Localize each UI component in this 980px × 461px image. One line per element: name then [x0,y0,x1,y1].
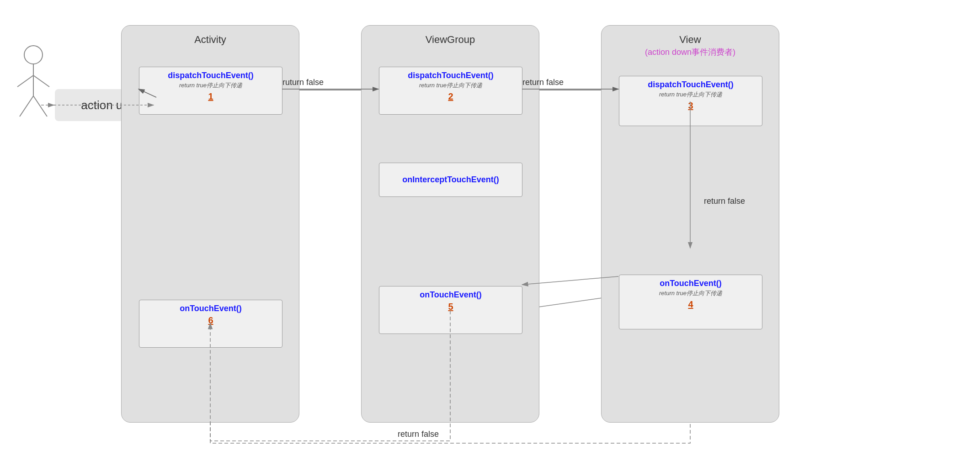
viewgroup-panel-title: ViewGroup [362,34,539,46]
ontouch4-number: 4 [624,299,757,310]
dispatch2-box: dispatchTouchEvent() return true停止向下传递 2 [379,67,522,115]
dispatch2-subtitle: return true停止向下传递 [384,81,517,90]
ontouch5-box: onTouchEvent() 5 [379,286,522,334]
svg-line-16 [20,96,33,117]
dispatch1-subtitle: return true停止向下传递 [144,81,277,90]
dispatch3-name: dispatchTouchEvent() [624,80,757,90]
arrow-label-2: return false [522,78,564,87]
ontouch6-box: onTouchEvent() 6 [139,300,282,348]
view-panel-title: View (action down事件消费者) [602,34,779,58]
ontouch5-number: 5 [384,302,517,312]
ontouch6-number: 6 [144,315,277,326]
arrow-label-1: ruturn false [282,78,324,87]
dispatch3-box: dispatchTouchEvent() return true停止向下传递 3 [619,76,762,126]
view-panel: View (action down事件消费者) dispatchTouchEve… [601,25,779,423]
dispatch1-name: dispatchTouchEvent() [144,71,277,80]
intercept-name: onInterceptTouchEvent() [402,175,499,185]
arrow-label-4: return false [398,429,439,439]
dispatch1-box: dispatchTouchEvent() return true停止向下传递 1 [139,67,282,115]
ontouch4-box: onTouchEvent() return true停止向下传递 4 [619,275,762,329]
viewgroup-panel: ViewGroup dispatchTouchEvent() return tr… [361,25,539,423]
ontouch4-subtitle: return true停止向下传递 [624,289,757,297]
svg-point-12 [24,46,43,64]
activity-panel-title: Activity [122,34,299,46]
dispatch2-name: dispatchTouchEvent() [384,71,517,80]
activity-panel: Activity dispatchTouchEvent() return tru… [121,25,299,423]
dispatch3-number: 3 [624,101,757,111]
dispatch3-subtitle: return true停止向下传递 [624,90,757,99]
intercept-box: onInterceptTouchEvent() [379,163,522,197]
arrow-label-3: return false [704,196,745,206]
stick-figure [13,41,54,132]
diagram-container: action up Activity dispatchTouchEvent() … [0,0,980,461]
dispatch1-number: 1 [144,91,277,102]
svg-line-15 [33,75,49,87]
view-panel-subtitle: (action down事件消费者) [645,48,735,57]
ontouch6-name: onTouchEvent() [144,304,277,313]
svg-line-17 [33,96,47,117]
ontouch5-name: onTouchEvent() [384,290,517,300]
dispatch2-number: 2 [384,91,517,102]
ontouch4-name: onTouchEvent() [624,279,757,288]
svg-line-14 [17,75,33,87]
